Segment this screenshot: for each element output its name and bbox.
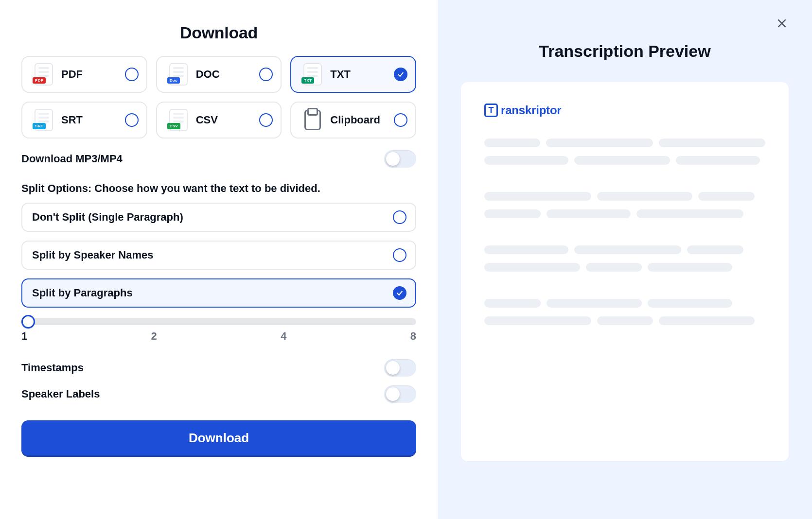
file-icon: Doc <box>165 61 192 88</box>
slider-tick: 8 <box>410 330 416 343</box>
file-icon: CSV <box>165 106 192 134</box>
format-doc[interactable]: Doc DOC <box>156 56 282 93</box>
page-title: Download <box>21 23 416 42</box>
split-option-label: Don't Split (Single Paragraph) <box>32 211 183 224</box>
radio-icon <box>393 210 406 224</box>
slider-tick: 2 <box>151 330 157 343</box>
toggle-label: Download MP3/MP4 <box>21 153 123 165</box>
toggle-speakerlabels[interactable] <box>384 385 416 403</box>
toggle-mp3mp4-row: Download MP3/MP4 <box>21 150 416 168</box>
radio-icon <box>393 248 406 262</box>
split-option-label: Split by Paragraphs <box>32 287 133 299</box>
radio-checked-icon <box>393 286 406 300</box>
file-icon: TXT <box>299 61 326 88</box>
format-txt[interactable]: TXT TXT <box>290 56 416 93</box>
radio-icon <box>125 68 139 81</box>
preview-skeleton-group <box>484 299 765 325</box>
split-options-label: Split Options: Choose how you want the t… <box>21 182 416 195</box>
split-none[interactable]: Don't Split (Single Paragraph) <box>21 203 416 232</box>
format-label: TXT <box>330 68 351 81</box>
toggle-mp3mp4[interactable] <box>384 150 416 168</box>
format-label: DOC <box>196 68 220 81</box>
toggle-speakerlabels-row: Speaker Labels <box>21 385 416 403</box>
download-button[interactable]: Download <box>21 420 416 455</box>
radio-icon <box>259 68 273 81</box>
logo-text: ranskriptor <box>501 104 562 117</box>
preview-skeleton-group <box>484 138 765 165</box>
format-label: PDF <box>61 68 83 81</box>
radio-icon <box>259 113 273 127</box>
format-label: CSV <box>196 114 218 126</box>
split-speakers[interactable]: Split by Speaker Names <box>21 241 416 270</box>
radio-checked-icon <box>394 68 407 81</box>
format-label: SRT <box>61 114 83 126</box>
split-options: Don't Split (Single Paragraph) Split by … <box>21 203 416 308</box>
split-option-label: Split by Speaker Names <box>32 249 153 261</box>
toggle-timestamps[interactable] <box>384 359 416 377</box>
slider-ticks: 1 2 4 8 <box>21 330 416 343</box>
preview-skeleton-group <box>484 192 765 218</box>
radio-icon <box>125 113 139 127</box>
toggle-label: Timestamps <box>21 362 84 374</box>
preview-title: Transcription Preview <box>461 42 789 61</box>
format-label: Clipboard <box>330 114 380 126</box>
clipboard-icon <box>299 106 326 134</box>
format-srt[interactable]: SRT SRT <box>21 102 147 138</box>
toggle-timestamps-row: Timestamps <box>21 359 416 377</box>
toggle-label: Speaker Labels <box>21 388 100 400</box>
format-clipboard[interactable]: Clipboard <box>290 102 416 138</box>
format-csv[interactable]: CSV CSV <box>156 102 282 138</box>
format-pdf[interactable]: PDF PDF <box>21 56 147 93</box>
slider-tick: 4 <box>281 330 286 343</box>
radio-icon <box>394 113 407 127</box>
split-paragraphs[interactable]: Split by Paragraphs <box>21 278 416 308</box>
preview-sheet: T ranskriptor <box>461 82 789 461</box>
brand-logo: T ranskriptor <box>484 104 765 117</box>
slider-tick: 1 <box>21 330 27 343</box>
preview-skeleton-group <box>484 245 765 272</box>
slider-thumb[interactable] <box>21 315 35 329</box>
file-icon: PDF <box>30 61 57 88</box>
paragraph-slider[interactable]: 1 2 4 8 <box>21 318 416 343</box>
format-grid: PDF PDF Doc DOC TXT TXT <box>21 56 416 138</box>
logo-mark-icon: T <box>484 104 498 117</box>
close-icon[interactable] <box>773 15 791 32</box>
file-icon: SRT <box>30 106 57 134</box>
